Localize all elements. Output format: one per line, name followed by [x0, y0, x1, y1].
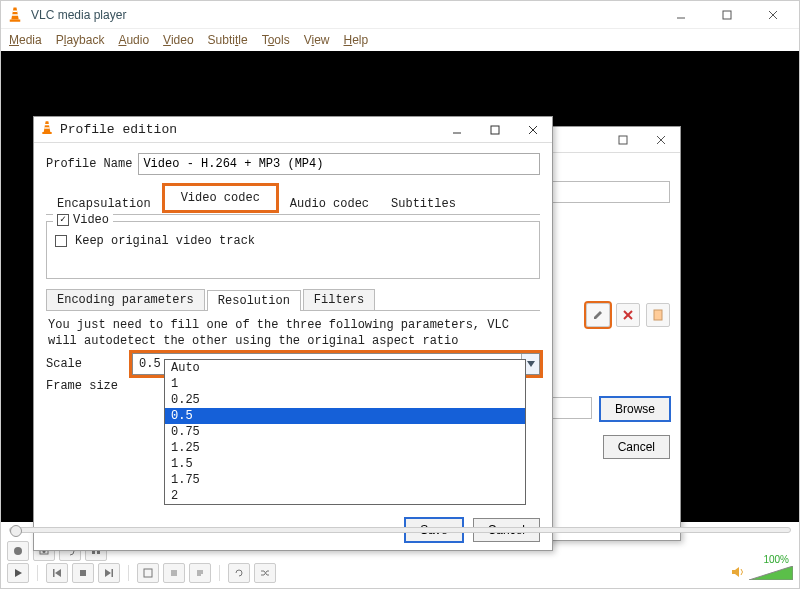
profile-dialog-title: Profile edition: [60, 122, 444, 137]
close-button[interactable]: [759, 5, 787, 25]
menubar: Media Playback Audio Video Subtitle Tool…: [1, 29, 799, 51]
new-profile-button[interactable]: [646, 303, 670, 327]
main-window-controls: [667, 5, 787, 25]
inner-tabrow: Encoding parameters Resolution Filters: [46, 289, 540, 311]
tab-video-codec[interactable]: Video codec: [162, 183, 279, 213]
resolution-hint: You just need to fill one of the three f…: [48, 317, 538, 349]
video-checkbox[interactable]: ✓: [57, 214, 69, 226]
scale-option[interactable]: 0.25: [165, 392, 525, 408]
video-group-legend: ✓ Video: [53, 213, 113, 227]
svg-rect-2: [10, 19, 21, 21]
menu-subtitle[interactable]: Subtitle: [208, 33, 248, 47]
app-title: VLC media player: [31, 8, 667, 22]
prev-button[interactable]: [46, 563, 68, 583]
seek-track[interactable]: [9, 527, 791, 533]
keep-original-label: Keep original video track: [75, 234, 255, 248]
convert-maximize-button[interactable]: [610, 131, 636, 149]
svg-rect-26: [80, 570, 86, 576]
next-button[interactable]: [98, 563, 120, 583]
scale-option[interactable]: 1.25: [165, 440, 525, 456]
vlc-cone-icon: [7, 6, 25, 24]
playlist-button[interactable]: [189, 563, 211, 583]
separator: [128, 565, 129, 581]
svg-rect-0: [13, 10, 18, 12]
convert-close-button[interactable]: [648, 131, 674, 149]
profile-name-row: Profile Name: [46, 153, 540, 175]
browse-button[interactable]: Browse: [600, 397, 670, 421]
scale-option[interactable]: Auto: [165, 360, 525, 376]
svg-rect-12: [654, 310, 662, 320]
tab-audio-codec[interactable]: Audio codec: [279, 192, 380, 215]
maximize-button[interactable]: [713, 5, 741, 25]
svg-rect-7: [619, 136, 627, 144]
profile-name-label: Profile Name: [46, 157, 132, 171]
frame-size-label: Frame size: [46, 379, 124, 393]
volume-slider[interactable]: 100%: [749, 566, 793, 580]
menu-video[interactable]: Video: [163, 33, 193, 47]
separator: [219, 565, 220, 581]
svg-rect-14: [44, 127, 49, 128]
profile-name-input[interactable]: [138, 153, 540, 175]
svg-rect-17: [491, 126, 499, 134]
volume-percent: 100%: [763, 554, 789, 565]
play-button[interactable]: [7, 563, 29, 583]
tab-subtitles[interactable]: Subtitles: [380, 192, 467, 215]
profile-titlebar: Profile edition: [34, 117, 552, 143]
convert-window-controls: [610, 131, 674, 149]
keep-original-checkbox[interactable]: [55, 235, 67, 247]
main-titlebar: VLC media player: [1, 1, 799, 29]
svg-rect-13: [45, 124, 49, 125]
profile-body: Profile Name Encapsulation Video codec A…: [34, 143, 552, 407]
svg-point-20: [14, 547, 22, 555]
menu-view[interactable]: View: [304, 33, 330, 47]
shuffle-button[interactable]: [254, 563, 276, 583]
video-group: ✓ Video Keep original video track: [46, 221, 540, 279]
scale-option[interactable]: 1: [165, 376, 525, 392]
loop-button[interactable]: [228, 563, 250, 583]
edit-profile-button[interactable]: [586, 303, 610, 327]
video-stage: Browse Cancel Profile edition: [1, 51, 799, 522]
inner-tab-resolution[interactable]: Resolution: [207, 290, 301, 311]
menu-help[interactable]: Help: [343, 33, 368, 47]
fullscreen-button[interactable]: [137, 563, 159, 583]
scale-label: Scale: [46, 357, 124, 371]
scale-dropdown[interactable]: Auto 1 0.25 0.5 0.75 1.25 1.5 1.75 2: [164, 359, 526, 505]
seek-knob[interactable]: [10, 525, 22, 537]
menu-playback[interactable]: Playback: [56, 33, 105, 47]
scale-option[interactable]: 1.5: [165, 456, 525, 472]
speaker-icon[interactable]: [731, 566, 745, 581]
delete-profile-button[interactable]: [616, 303, 640, 327]
svg-rect-25: [53, 569, 55, 577]
codec-tabrow: Encapsulation Video codec Audio codec Su…: [46, 185, 540, 215]
separator: [37, 565, 38, 581]
profile-minimize-button[interactable]: [444, 121, 470, 139]
minimize-button[interactable]: [667, 5, 695, 25]
scale-option[interactable]: 1.75: [165, 472, 525, 488]
svg-rect-27: [112, 569, 114, 577]
tab-encapsulation[interactable]: Encapsulation: [46, 192, 162, 215]
scale-option[interactable]: 0.75: [165, 424, 525, 440]
profile-edition-dialog: Profile edition Profile Name Encapsulati…: [33, 116, 553, 551]
svg-rect-15: [42, 132, 51, 134]
volume-control[interactable]: 100%: [731, 566, 793, 581]
video-group-label: Video: [73, 213, 109, 227]
vlc-cone-icon: [40, 120, 54, 140]
convert-cancel-button[interactable]: Cancel: [603, 435, 670, 459]
ext-settings-button[interactable]: [163, 563, 185, 583]
menu-audio[interactable]: Audio: [118, 33, 149, 47]
menu-media[interactable]: Media: [9, 33, 42, 47]
svg-rect-28: [144, 569, 152, 577]
svg-rect-4: [723, 11, 731, 19]
menu-tools[interactable]: Tools: [262, 33, 290, 47]
record-button[interactable]: [7, 541, 29, 561]
profile-maximize-button[interactable]: [482, 121, 508, 139]
scale-option[interactable]: 2: [165, 488, 525, 504]
profile-window-controls: [444, 121, 546, 139]
stop-button[interactable]: [72, 563, 94, 583]
inner-tab-encoding[interactable]: Encoding parameters: [46, 289, 205, 310]
svg-rect-1: [12, 14, 18, 16]
inner-tab-filters[interactable]: Filters: [303, 289, 375, 310]
profile-close-button[interactable]: [520, 121, 546, 139]
scale-option[interactable]: 0.5: [165, 408, 525, 424]
main-window: VLC media player Media Playback Audio Vi…: [0, 0, 800, 589]
